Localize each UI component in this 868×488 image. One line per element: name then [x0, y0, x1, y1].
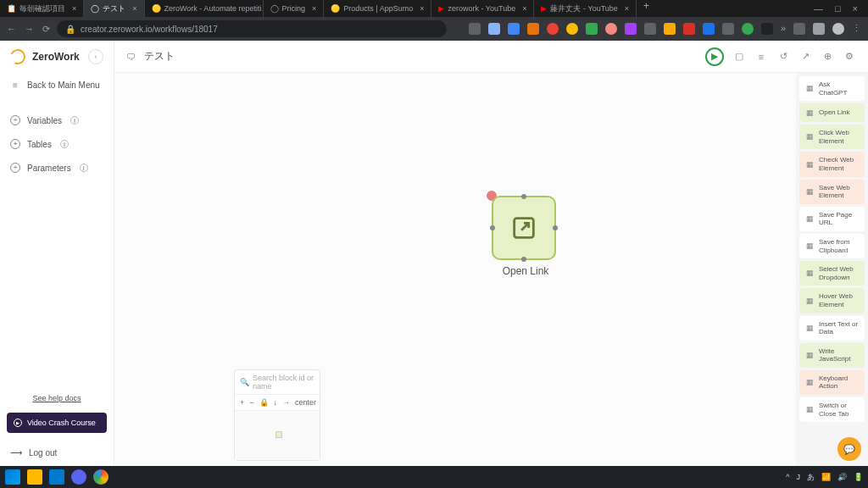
ext-icon[interactable]	[664, 23, 676, 35]
action-item[interactable]: ▦Select Web Dropdown	[799, 261, 865, 286]
browser-tab[interactable]: 🟡ZeroWork - Automate repetiti…×	[145, 0, 264, 17]
action-item[interactable]: ▦Ask ChatGPT	[799, 76, 865, 101]
volume-icon[interactable]: 🔊	[837, 473, 847, 481]
ext-icon[interactable]	[703, 23, 715, 35]
sidebar-item-parameters[interactable]: + Parameters i	[0, 156, 114, 180]
ext-icon[interactable]	[469, 23, 481, 35]
profile-icon[interactable]	[832, 23, 844, 35]
new-tab-button[interactable]: +	[637, 0, 656, 17]
browser-tab[interactable]: ◯Pricing×	[264, 0, 325, 17]
ext-icon[interactable]	[683, 23, 695, 35]
node-handle[interactable]	[521, 257, 526, 262]
settings-icon[interactable]: ⚙	[843, 51, 856, 62]
action-item[interactable]: ▦Insert Text or Data	[799, 316, 865, 341]
menu-icon[interactable]: ⋮	[852, 23, 861, 35]
browser-tab[interactable]: 📋毎朝確認項目×	[0, 0, 84, 17]
ext-icon[interactable]	[566, 23, 578, 35]
help-docs-link[interactable]: See help docs	[7, 389, 107, 408]
lock-icon[interactable]: 🔒	[259, 398, 269, 407]
action-item[interactable]: ▦Open Link	[799, 103, 865, 122]
ime-icon[interactable]: J	[797, 473, 801, 481]
run-workflow-button[interactable]: ▶	[705, 47, 724, 66]
share-icon[interactable]: ↗	[798, 51, 812, 62]
zoom-icon[interactable]: ⊕	[821, 51, 834, 62]
close-icon[interactable]: ×	[625, 4, 629, 13]
reload-icon[interactable]: ⟳	[42, 24, 50, 35]
collapse-sidebar-button[interactable]: ‹	[88, 49, 103, 64]
action-item[interactable]: ▦Click Web Element	[799, 125, 865, 149]
action-item[interactable]: ▦Save from Clipboard	[799, 234, 865, 258]
ext-icon[interactable]	[761, 23, 773, 35]
action-item[interactable]: ▦Save Page URL	[799, 207, 865, 231]
start-icon[interactable]	[5, 469, 20, 485]
ext-icon[interactable]	[742, 23, 754, 35]
info-icon[interactable]: i	[60, 140, 69, 148]
action-item[interactable]: ▦Switch or Close Tab	[799, 397, 865, 422]
wifi-icon[interactable]: 📶	[821, 473, 831, 481]
action-item[interactable]: ▦Hover Web Element	[799, 288, 865, 313]
ext-icon[interactable]	[488, 23, 500, 35]
browser-tab[interactable]: ▶zerowork - YouTube×	[431, 0, 534, 17]
back-icon[interactable]: ←	[7, 24, 16, 35]
workflow-node-open-link[interactable]: Open Link	[492, 196, 559, 277]
ext-icon[interactable]	[813, 23, 825, 35]
action-item[interactable]: ▦Write JavaScript	[799, 343, 865, 368]
tray-icon[interactable]: ^	[786, 473, 789, 481]
node-handle[interactable]	[521, 194, 526, 199]
info-icon[interactable]: i	[80, 164, 88, 172]
close-icon[interactable]: ×	[522, 4, 526, 13]
ext-icon[interactable]: »	[781, 23, 786, 35]
node-handle[interactable]	[553, 225, 558, 230]
notes-icon[interactable]: 🗨	[126, 52, 136, 62]
ext-icon[interactable]	[793, 23, 805, 35]
explorer-icon[interactable]	[27, 469, 42, 485]
sidebar-item-tables[interactable]: + Tables i	[0, 132, 114, 156]
vscode-icon[interactable]	[49, 469, 64, 485]
minimap-view[interactable]	[235, 411, 320, 460]
note-icon[interactable]: ▢	[732, 51, 746, 62]
close-icon[interactable]: ×	[853, 3, 858, 14]
info-icon[interactable]: i	[70, 116, 79, 125]
right-icon[interactable]: →	[282, 398, 290, 407]
ime-mode-icon[interactable]: あ	[807, 472, 815, 483]
discord-icon[interactable]	[71, 469, 86, 485]
sidebar-item-variables[interactable]: + Variables i	[0, 108, 114, 132]
url-input[interactable]: 🔒 creator.zerowork.io/workflows/18017	[57, 20, 447, 37]
zoom-in-icon[interactable]: +	[240, 398, 244, 407]
action-item[interactable]: ▦Save Web Element	[799, 180, 865, 204]
chrome-icon[interactable]	[93, 469, 108, 485]
ext-icon[interactable]	[644, 23, 656, 35]
close-icon[interactable]: ×	[420, 4, 424, 13]
maximize-icon[interactable]: □	[835, 3, 841, 14]
forward-icon[interactable]: →	[25, 24, 34, 35]
center-button[interactable]: center	[295, 398, 316, 407]
browser-tab[interactable]: ▶藤井丈夫 - YouTube×	[534, 0, 637, 17]
battery-icon[interactable]: 🔋	[854, 473, 863, 481]
browser-tab[interactable]: ◯テスト×	[84, 0, 144, 17]
back-to-main-button[interactable]: ≡ Back to Main Menu	[0, 73, 114, 97]
node-handle[interactable]	[490, 225, 495, 230]
browser-tab[interactable]: 🟡Products | AppSumo×	[324, 0, 431, 17]
ext-icon[interactable]	[625, 23, 637, 35]
close-icon[interactable]: ×	[132, 4, 136, 13]
close-icon[interactable]: ×	[72, 4, 76, 13]
chat-fab-button[interactable]: 💬	[837, 437, 861, 461]
zoom-out-icon[interactable]: −	[249, 398, 253, 407]
ext-icon[interactable]	[586, 23, 598, 35]
workflow-canvas[interactable]: Open Link 🔍 Search block id or name + − …	[114, 73, 796, 466]
ext-icon[interactable]	[722, 23, 734, 35]
list-icon[interactable]: ≡	[754, 52, 768, 62]
close-icon[interactable]: ×	[312, 4, 316, 13]
action-item[interactable]: ▦Check Web Element	[799, 152, 865, 176]
down-icon[interactable]: ↓	[274, 398, 278, 407]
block-search-input[interactable]: 🔍 Search block id or name	[235, 370, 320, 395]
ext-icon[interactable]	[508, 23, 520, 35]
minimize-icon[interactable]: —	[814, 3, 823, 14]
ext-icon[interactable]	[605, 23, 617, 35]
history-icon[interactable]: ↺	[776, 51, 790, 62]
logout-button[interactable]: ⟶ Log out	[0, 440, 114, 466]
ext-icon[interactable]	[527, 23, 539, 35]
video-crash-course-button[interactable]: ▶ Video Crash Course	[7, 413, 107, 433]
action-item[interactable]: ▦Keyboard Action	[799, 370, 865, 395]
ext-icon[interactable]	[547, 23, 559, 35]
